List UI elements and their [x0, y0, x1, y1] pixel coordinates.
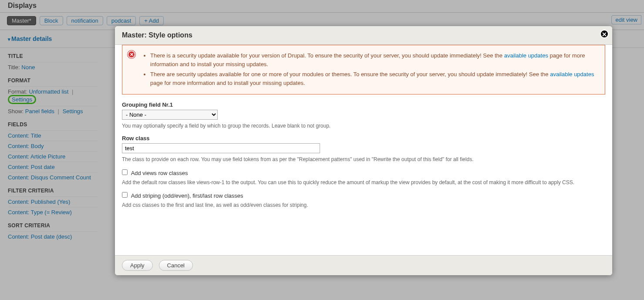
- cancel-button[interactable]: Cancel: [159, 260, 193, 271]
- addrows-checkbox[interactable]: [122, 169, 128, 175]
- rowclass-section: Row class The class to provide on each r…: [122, 135, 605, 163]
- grouping-select[interactable]: - None -: [122, 110, 218, 120]
- rowclass-label: Row class: [122, 135, 605, 142]
- alert-item: There is a security update available for…: [150, 51, 600, 68]
- alert-text: There is a security update available for…: [150, 52, 504, 59]
- grouping-help: You may optionally specify a field by wh…: [122, 122, 605, 130]
- grouping-section: Grouping field Nr.1 - None - You may opt…: [122, 101, 605, 130]
- security-alert: There is a security update available for…: [122, 45, 605, 94]
- striping-checkbox[interactable]: [122, 192, 128, 198]
- rowclass-input[interactable]: [122, 143, 320, 153]
- addrows-help: Add the default row classes like views-r…: [122, 179, 605, 186]
- rowclass-help: The class to provide on each row. You ma…: [122, 156, 605, 163]
- striping-label[interactable]: Add striping (odd/even), first/last row …: [131, 192, 243, 199]
- apply-button[interactable]: Apply: [122, 260, 153, 271]
- addrows-label[interactable]: Add views row classes: [131, 170, 188, 176]
- alert-text: There are security updates available for…: [150, 71, 550, 78]
- striping-help: Add css classes to the first and last li…: [122, 202, 605, 209]
- modal-body: There is a security update available for…: [115, 44, 612, 256]
- grouping-label: Grouping field Nr.1: [122, 101, 605, 108]
- alert-text: page for more information and to install…: [150, 80, 305, 86]
- addrows-section: Add views row classes Add the default ro…: [122, 169, 605, 186]
- close-icon[interactable]: ✕: [600, 30, 609, 38]
- modal-titlebar: Master: Style options ✕: [115, 26, 612, 44]
- modal-overlay[interactable]: Master: Style options ✕ There is a secur…: [0, 0, 644, 300]
- available-updates-link[interactable]: available updates: [504, 52, 548, 59]
- striping-section: Add striping (odd/even), first/last row …: [122, 192, 605, 209]
- error-icon: [128, 51, 135, 58]
- style-options-modal: Master: Style options ✕ There is a secur…: [115, 26, 612, 275]
- modal-footer: Apply Cancel: [115, 256, 612, 275]
- alert-item: There are security updates available for…: [150, 70, 600, 87]
- modal-title: Master: Style options: [122, 31, 192, 39]
- available-updates-link[interactable]: available updates: [550, 71, 594, 78]
